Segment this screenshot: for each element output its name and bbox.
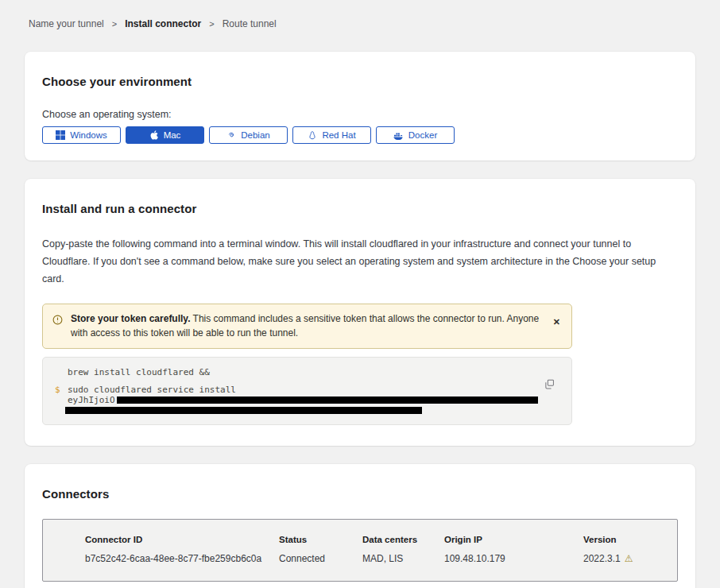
column-header-origin-ip: Origin IP [444,535,583,544]
column-header-version: Version [583,535,677,544]
version-number: 2022.3.1 [583,553,621,564]
os-button-group: Windows Mac Debian [42,126,678,144]
breadcrumb-separator: > [209,19,214,29]
install-description: Copy-paste the following command into a … [42,236,678,288]
breadcrumb-route-tunnel[interactable]: Route tunnel [223,18,277,29]
page: Name your tunnel > Install connector > R… [0,0,720,588]
code-command: sudo cloudflared service install [68,385,236,395]
environment-card: Choose your environment Choose an operat… [25,52,695,161]
code-text: sudo cloudflared service install eyJhIjo… [68,385,540,414]
alert-circle-icon [52,314,63,328]
connectors-table: Connector ID Status Data centers Origin … [42,519,678,582]
apple-icon [149,130,159,141]
install-card-title: Install and run a connector [42,202,678,215]
connectors-card-title: Connectors [42,487,678,501]
os-button-label: Windows [70,130,107,140]
install-command-codeblock[interactable]: brew install cloudflared && $ sudo cloud… [42,357,572,425]
connectors-table-header: Connector ID Status Data centers Origin … [85,535,677,544]
os-button-label: Debian [241,130,269,140]
column-header-data-centers: Data centers [362,535,444,544]
connectors-card: Connectors Connector ID Status Data cent… [25,464,695,588]
os-select-label: Choose an operating system: [42,109,678,120]
os-button-debian[interactable]: Debian [209,126,288,144]
redacted-token-bar-1 [117,397,538,404]
os-button-label: Docker [408,130,437,140]
origin-ip-value: 109.48.10.179 [444,553,583,564]
os-button-label: Mac [164,130,181,140]
breadcrumb-install-connector[interactable]: Install connector [125,18,201,29]
breadcrumb: Name your tunnel > Install connector > R… [29,18,720,29]
debian-icon [226,130,236,140]
connector-id-value: b7c52c42-6caa-48ee-8c77-fbe259cb6c0a [85,553,279,564]
breadcrumb-name-your-tunnel[interactable]: Name your tunnel [29,18,104,29]
redhat-linux-icon [308,130,317,141]
os-button-redhat[interactable]: Red Hat [292,126,371,144]
version-value: 2022.3.1 ⚠ [583,553,677,564]
install-card: Install and run a connector Copy-paste t… [25,179,695,446]
column-header-connector-id: Connector ID [85,535,279,544]
status-badge: Connected [279,553,362,564]
token-warning-banner: Store your token carefully. This command… [42,304,572,349]
os-button-docker[interactable]: Docker [376,126,455,144]
table-row: b7c52c42-6caa-48ee-8c77-fbe259cb6c0a Con… [85,553,677,564]
data-centers-value: MAD, LIS [362,553,444,564]
column-header-status: Status [279,535,362,544]
copy-icon[interactable] [544,379,555,393]
close-icon[interactable]: ✕ [553,318,560,327]
code-line-sudo: $ sudo cloudflared service install eyJhI… [55,385,540,414]
token-prefix: eyJhIjoiO [68,395,115,405]
os-button-mac[interactable]: Mac [126,126,204,144]
token-warning-title: Store your token carefully. [71,313,191,324]
redacted-token-bar-2 [65,407,422,414]
prompt-spacer [55,367,68,385]
token-warning-text: Store your token carefully. This command… [71,311,540,341]
code-text: brew install cloudflared && [68,367,540,377]
docker-whale-icon [393,131,404,140]
os-button-label: Red Hat [322,130,355,140]
windows-icon [56,130,65,140]
os-button-windows[interactable]: Windows [42,126,121,144]
environment-card-title: Choose your environment [42,75,678,88]
breadcrumb-separator: > [112,19,117,29]
version-warning-icon[interactable]: ⚠ [625,554,633,563]
code-line-brew: brew install cloudflared && [55,367,540,385]
